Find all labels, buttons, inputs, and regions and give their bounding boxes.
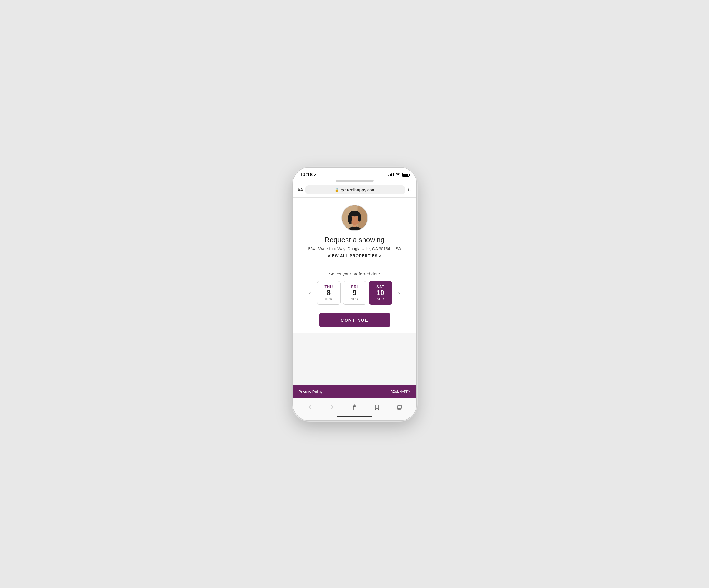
signal-icon — [389, 173, 394, 176]
day-name-fri: FRI — [351, 285, 358, 289]
continue-button[interactable]: CONTINUE — [319, 313, 390, 327]
notch — [293, 180, 416, 183]
day-name-thu: THU — [324, 285, 333, 289]
privacy-policy-link[interactable]: Privacy Policy — [299, 390, 322, 394]
divider — [299, 265, 411, 265]
location-icon: ↗ — [314, 173, 316, 177]
realhappy-logo: REAL HAPPY — [391, 390, 411, 393]
select-date-label: Select your preferred date — [329, 271, 380, 276]
browser-bar: AA 🔒 getrealhappy.com ↻ — [293, 183, 416, 198]
page-title: Request a showing — [324, 236, 384, 244]
day-month-fri: APR — [350, 297, 358, 301]
svg-point-8 — [358, 214, 361, 222]
forward-button[interactable] — [326, 402, 338, 413]
share-button[interactable] — [349, 402, 361, 413]
day-month-thu: APR — [325, 297, 332, 301]
svg-rect-9 — [349, 216, 351, 224]
bookmarks-button[interactable] — [371, 402, 383, 413]
url-text: getrealhappy.com — [341, 187, 375, 192]
day-number-fri: 9 — [352, 289, 357, 297]
date-card-sat[interactable]: SAT 10 APR — [369, 281, 392, 305]
status-bar: 10:18 ↗ — [293, 168, 416, 180]
date-cards: THU 8 APR FRI 9 APR SAT 10 APR — [317, 281, 392, 305]
battery-icon — [402, 173, 410, 177]
date-card-fri[interactable]: FRI 9 APR — [343, 281, 366, 305]
url-bar[interactable]: 🔒 getrealhappy.com — [306, 185, 405, 194]
home-indicator — [337, 416, 372, 418]
status-icons — [389, 173, 410, 177]
view-all-link[interactable]: VIEW ALL PROPERTIES > — [327, 253, 382, 258]
page-content: Request a showing 8641 Waterford Way, Do… — [293, 198, 416, 333]
lock-icon: 🔒 — [335, 188, 339, 192]
refresh-button[interactable]: ↻ — [407, 187, 412, 193]
page-footer: Privacy Policy REAL HAPPY — [293, 386, 416, 398]
logo-text-real: REAL — [391, 390, 399, 393]
date-selector: ‹ THU 8 APR FRI 9 APR — [305, 281, 404, 305]
day-number-sat: 10 — [376, 289, 384, 297]
next-date-arrow[interactable]: › — [395, 288, 404, 298]
status-time: 10:18 ↗ — [300, 172, 316, 177]
avatar — [341, 205, 368, 231]
day-name-sat: SAT — [376, 285, 384, 289]
browser-nav — [293, 398, 416, 414]
date-card-thu[interactable]: THU 8 APR — [317, 281, 341, 305]
logo-text-happy: HAPPY — [400, 390, 410, 393]
property-address: 8641 Waterford Way, Douglasville, GA 301… — [308, 246, 401, 251]
day-number-thu: 8 — [327, 289, 331, 297]
aa-button[interactable]: AA — [297, 187, 303, 192]
wifi-icon — [396, 173, 400, 177]
home-indicator-area — [293, 414, 416, 420]
day-month-sat: APR — [376, 297, 384, 301]
content-spacer — [293, 333, 416, 386]
svg-rect-10 — [353, 406, 356, 410]
tabs-button[interactable] — [394, 402, 405, 413]
web-content: Request a showing 8641 Waterford Way, Do… — [293, 198, 416, 398]
prev-date-arrow[interactable]: ‹ — [305, 288, 315, 298]
back-button[interactable] — [304, 402, 316, 413]
phone-frame: 10:18 ↗ AA — [293, 168, 416, 420]
